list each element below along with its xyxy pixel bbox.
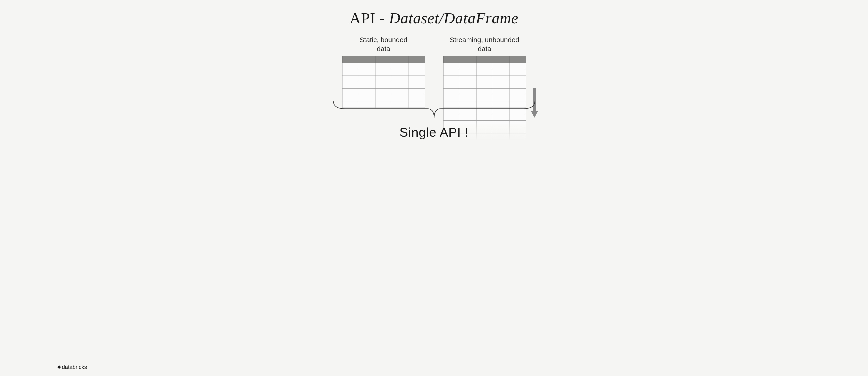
table-cell [476, 89, 493, 95]
table-cell [359, 82, 375, 89]
table-cell [509, 133, 526, 140]
table-cell [493, 121, 509, 127]
databricks-logo-icon [57, 365, 61, 369]
table-cell [509, 127, 526, 133]
table-cell [408, 82, 425, 89]
table-cell [443, 82, 460, 89]
table-cell [509, 76, 526, 82]
table-cell [476, 127, 493, 133]
table-cell [460, 63, 476, 69]
table-cell [375, 76, 392, 82]
databricks-logo-text: databricks [62, 364, 87, 370]
table-cell [342, 76, 359, 82]
slide-container: API - Dataset/DataFrame Static, bounded … [0, 0, 868, 376]
tables-row: Static, bounded data Streaming, unbounde… [342, 35, 526, 140]
table-cell [493, 127, 509, 133]
table-cell [392, 89, 408, 95]
table-cell [476, 133, 493, 140]
table-cell [342, 89, 359, 95]
table-cell [359, 89, 375, 95]
databricks-logo: databricks [57, 364, 87, 370]
static-label-line1: Static, bounded [360, 36, 407, 43]
table-cell [443, 63, 460, 69]
table-row [342, 89, 425, 95]
table-header-cell [342, 56, 359, 63]
table-cell [493, 89, 509, 95]
table-cell [509, 82, 526, 89]
curly-brace [331, 100, 537, 121]
table-cell [509, 63, 526, 69]
table-cell [359, 76, 375, 82]
table-header-cell [509, 56, 526, 63]
table-row [443, 89, 526, 95]
table-cell [408, 76, 425, 82]
table-cell [493, 133, 509, 140]
table-cell [375, 82, 392, 89]
table-cell [476, 82, 493, 89]
table-row [342, 76, 425, 82]
table-header-cell [359, 56, 375, 63]
table-cell [460, 69, 476, 76]
table-cell [408, 69, 425, 76]
table-header-cell [460, 56, 476, 63]
table-cell [392, 76, 408, 82]
static-label-line2: data [377, 45, 390, 53]
table-cell [460, 89, 476, 95]
table-row [342, 63, 425, 69]
table-cell [443, 76, 460, 82]
table-cell [375, 69, 392, 76]
table-cell [493, 76, 509, 82]
table-cell [375, 89, 392, 95]
table-cell [392, 63, 408, 69]
table-cell [342, 63, 359, 69]
table-cell [359, 69, 375, 76]
single-api-caption: Single API ! [400, 125, 469, 140]
table-row [342, 69, 425, 76]
table-cell [476, 76, 493, 82]
streaming-label-line1: Streaming, unbounded [450, 36, 519, 43]
title-bold: Dataset/DataFrame [389, 9, 519, 27]
table-cell [408, 89, 425, 95]
table-cell [375, 63, 392, 69]
table-header-cell [408, 56, 425, 63]
table-cell [493, 69, 509, 76]
table-header-cell [375, 56, 392, 63]
table-cell [493, 82, 509, 89]
slide-title: API - Dataset/DataFrame [0, 9, 868, 27]
table-header-cell [476, 56, 493, 63]
table-row [443, 63, 526, 69]
streaming-label-line2: data [478, 45, 491, 53]
table-row [443, 76, 526, 82]
table-header-cell [493, 56, 509, 63]
table-cell [408, 63, 425, 69]
streaming-table-block: Streaming, unbounded data [443, 35, 526, 140]
table-header-cell [392, 56, 408, 63]
table-cell [359, 63, 375, 69]
table-row [443, 69, 526, 76]
table-cell [460, 76, 476, 82]
table-cell [342, 69, 359, 76]
table-cell [342, 82, 359, 89]
table-cell [443, 89, 460, 95]
streaming-table-label: Streaming, unbounded data [450, 35, 519, 53]
static-table-block: Static, bounded data [342, 35, 425, 140]
table-row [443, 82, 526, 89]
table-header-cell [443, 56, 460, 63]
table-cell [509, 89, 526, 95]
table-cell [476, 121, 493, 127]
table-row [342, 82, 425, 89]
table-cell [460, 82, 476, 89]
table-cell [392, 69, 408, 76]
title-prefix: API - [349, 9, 389, 27]
table-cell [476, 69, 493, 76]
static-table-label: Static, bounded data [360, 35, 407, 53]
table-cell [509, 69, 526, 76]
table-cell [443, 69, 460, 76]
table-cell [476, 63, 493, 69]
table-cell [392, 82, 408, 89]
table-cell [509, 121, 526, 127]
table-cell [493, 63, 509, 69]
